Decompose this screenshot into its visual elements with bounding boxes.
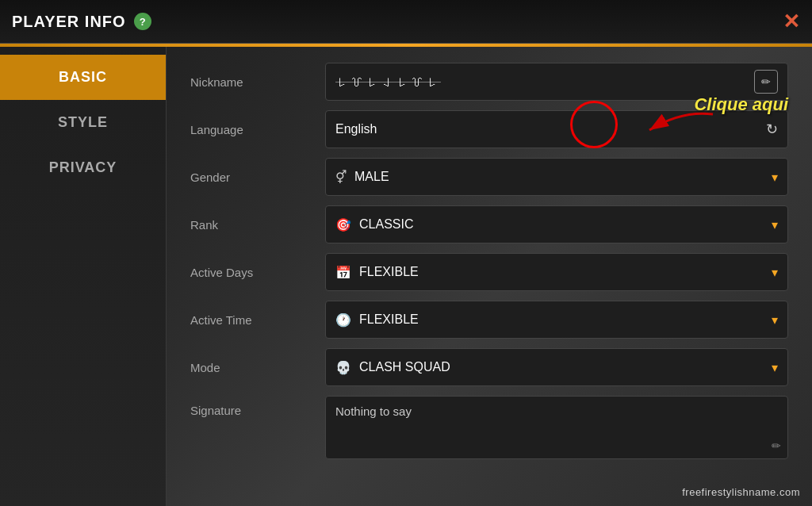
- gender-value: MALE: [354, 170, 765, 184]
- close-button[interactable]: ✕: [783, 10, 800, 34]
- active-days-chevron-icon: ▾: [772, 265, 778, 280]
- signature-edit-icon[interactable]: ✏: [772, 439, 781, 452]
- mode-icon: 💀: [335, 360, 351, 375]
- signature-field[interactable]: Nothing to say ✏: [325, 396, 788, 459]
- gender-icon: ⚥: [335, 170, 347, 185]
- language-value: English: [335, 122, 766, 136]
- rank-field[interactable]: 🎯 CLASSIC ▾: [325, 205, 788, 243]
- language-field[interactable]: English ↻: [325, 110, 788, 148]
- gender-label: Gender: [190, 171, 325, 184]
- active-time-chevron-icon: ▾: [772, 312, 778, 328]
- header: PLAYER INFO ? ✕: [0, 0, 812, 44]
- active-time-label: Active Time: [190, 313, 325, 327]
- language-label: Language: [190, 123, 325, 136]
- rank-value: CLASSIC: [359, 217, 765, 232]
- gender-chevron-icon: ▾: [772, 170, 778, 185]
- sidebar-item-basic[interactable]: BASIC: [0, 55, 166, 100]
- rank-label: Rank: [190, 218, 325, 232]
- mode-value: CLASH SQUAD: [359, 360, 765, 374]
- help-button[interactable]: ?: [134, 13, 151, 30]
- active-days-field[interactable]: 📅 FLEXIBLE ▾: [325, 253, 788, 291]
- active-days-row: Active Days 📅 FLEXIBLE ▾: [190, 253, 788, 291]
- signature-value: Nothing to say: [335, 404, 412, 418]
- signature-row: Signature Nothing to say ✏: [190, 396, 788, 459]
- mode-field[interactable]: 💀 CLASH SQUAD ▾: [325, 348, 788, 386]
- active-days-label: Active Days: [190, 266, 325, 279]
- active-time-icon: 🕐: [335, 312, 351, 328]
- language-row: Language English ↻: [190, 110, 788, 148]
- active-time-field[interactable]: 🕐 FLEXIBLE ▾: [325, 301, 788, 339]
- nickname-value: ꒒꒦꒒꒑꒒꒦꒒: [335, 74, 754, 90]
- sidebar-item-privacy[interactable]: PRIVACY: [0, 145, 166, 190]
- rank-icon: 🎯: [335, 217, 351, 232]
- gender-row: Gender ⚥ MALE ▾: [190, 158, 788, 196]
- watermark: freefirestylishname.com: [682, 486, 800, 498]
- rank-row: Rank 🎯 CLASSIC ▾: [190, 205, 788, 243]
- nickname-edit-button[interactable]: ✏: [754, 70, 778, 94]
- sidebar: BASIC STYLE PRIVACY: [0, 47, 167, 506]
- signature-label: Signature: [190, 396, 325, 417]
- screen: PLAYER INFO ? ✕ BASIC STYLE PRIVACY Nick…: [0, 0, 812, 506]
- rank-chevron-icon: ▾: [772, 217, 778, 232]
- active-days-value: FLEXIBLE: [359, 265, 765, 279]
- mode-row: Mode 💀 CLASH SQUAD ▾: [190, 348, 788, 386]
- sidebar-item-style[interactable]: STYLE: [0, 100, 166, 145]
- mode-chevron-icon: ▾: [772, 360, 778, 375]
- gender-field[interactable]: ⚥ MALE ▾: [325, 158, 788, 196]
- nickname-label: Nickname: [190, 75, 325, 89]
- active-time-value: FLEXIBLE: [359, 312, 765, 327]
- right-panel: Nickname ꒒꒦꒒꒑꒒꒦꒒ ✏ Language English ↻ Ge: [167, 47, 812, 506]
- refresh-icon[interactable]: ↻: [766, 121, 778, 138]
- main-content: BASIC STYLE PRIVACY Nickname ꒒꒦꒒꒑꒒꒦꒒ ✏: [0, 47, 812, 506]
- nickname-row: Nickname ꒒꒦꒒꒑꒒꒦꒒ ✏: [190, 63, 788, 101]
- nickname-field[interactable]: ꒒꒦꒒꒑꒒꒦꒒ ✏: [325, 63, 788, 101]
- active-time-row: Active Time 🕐 FLEXIBLE ▾: [190, 301, 788, 339]
- page-title: PLAYER INFO: [12, 13, 126, 31]
- mode-label: Mode: [190, 361, 325, 374]
- active-days-icon: 📅: [335, 265, 351, 280]
